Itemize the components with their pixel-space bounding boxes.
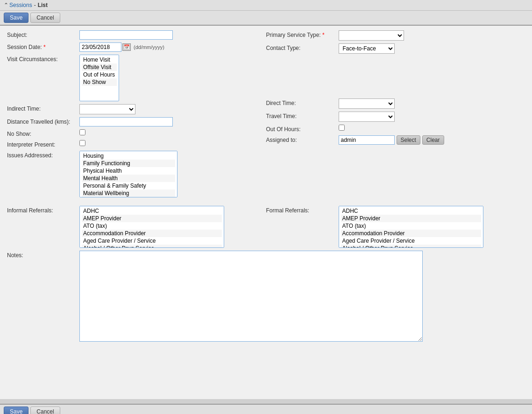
informal-referrals-row: Informal Referrals: ADHCAMEP ProviderATO… <box>7 206 266 248</box>
informal-referrals-listbox[interactable]: ADHCAMEP ProviderATO (tax)Accommodation … <box>79 206 224 248</box>
assigned-to-row: Assigned to: admin Select Clear <box>266 135 525 145</box>
assigned-to-label: Assigned to: <box>266 135 339 143</box>
contact-type-select[interactable]: Face-to-Face <box>339 43 395 54</box>
breadcrumb-sessions[interactable]: Sessions <box>9 2 32 8</box>
breadcrumb-sep: - <box>34 2 36 8</box>
select-button[interactable]: Select <box>397 135 420 145</box>
formal-referrals-row: Formal Referrals: ADHCAMEP ProviderATO (… <box>266 206 525 248</box>
subject-row: Subject: <box>7 30 266 40</box>
session-date-label: Session Date: * <box>7 42 79 50</box>
assigned-to-input[interactable]: admin <box>339 135 395 145</box>
issues-label: Issues Addressed: <box>7 151 79 159</box>
session-date-input[interactable]: 23/05/2018 <box>79 42 121 52</box>
no-show-label: No Show: <box>7 129 79 137</box>
indirect-time-label: Indirect Time: <box>7 104 79 112</box>
primary-service-label: Primary Service Type: * <box>266 30 339 38</box>
main-form: Subject: Session Date: * 23/05/2018 📅 (d… <box>0 26 532 399</box>
contact-type-label: Contact Type: <box>266 43 339 51</box>
no-show-row: No Show: <box>7 129 266 137</box>
subject-input[interactable] <box>79 30 173 40</box>
primary-service-row: Primary Service Type: * <box>266 30 525 41</box>
home-icon: ⌃ <box>4 2 8 8</box>
save-button[interactable]: Save <box>4 13 28 23</box>
session-date-row: Session Date: * 23/05/2018 📅 (dd/mm/yyyy… <box>7 42 266 52</box>
distance-row: Distance Travelled (kms): <box>7 117 266 126</box>
calendar-icon[interactable]: 📅 <box>122 43 131 51</box>
top-toolbar: Save Cancel <box>0 11 532 26</box>
notes-row: Notes: <box>7 251 525 343</box>
primary-service-select[interactable] <box>339 30 404 41</box>
travel-time-select[interactable] <box>339 112 395 122</box>
date-hint: (dd/mm/yyyy) <box>134 44 164 50</box>
visit-circ-row: Visit Circumstances: Home VisitOffsite V… <box>7 55 266 101</box>
clear-button[interactable]: Clear <box>422 135 444 145</box>
notes-textarea[interactable] <box>79 251 423 342</box>
travel-time-label: Travel Time: <box>266 112 339 119</box>
bottom-save-button[interactable]: Save <box>4 407 28 414</box>
distance-label: Distance Travelled (kms): <box>7 117 79 125</box>
out-of-hours-row: Out Of Hours: <box>266 125 525 133</box>
out-of-hours-label: Out Of Hours: <box>266 125 339 133</box>
out-of-hours-checkbox[interactable] <box>339 125 345 131</box>
direct-time-label: Direct Time: <box>266 98 339 106</box>
visit-circumstances-listbox[interactable]: Home VisitOffsite VisitOut of HoursNo Sh… <box>79 55 119 101</box>
no-show-checkbox[interactable] <box>79 129 85 135</box>
informal-referrals-label: Informal Referrals: <box>7 206 79 214</box>
interpreter-row: Interpreter Present: <box>7 140 266 148</box>
formal-referrals-listbox[interactable]: ADHCAMEP ProviderATO (tax)Accommodation … <box>339 206 483 248</box>
formal-referrals-label: Formal Referrals: <box>266 206 339 214</box>
breadcrumb-list: List <box>38 2 48 8</box>
indirect-time-row: Indirect Time: <box>7 104 266 114</box>
visit-circ-label: Visit Circumstances: <box>7 55 79 63</box>
direct-time-row: Direct Time: <box>266 98 525 109</box>
notes-label: Notes: <box>7 251 79 259</box>
indirect-time-select[interactable] <box>79 104 135 114</box>
referrals-section: Informal Referrals: ADHCAMEP ProviderATO… <box>7 206 525 251</box>
travel-time-row: Travel Time: <box>266 112 525 122</box>
issues-listbox[interactable]: HousingFamily FunctioningPhysical Health… <box>79 151 177 197</box>
issues-row: Issues Addressed: HousingFamily Function… <box>7 151 266 197</box>
bottom-cancel-button[interactable]: Cancel <box>30 407 60 414</box>
cancel-button[interactable]: Cancel <box>30 13 60 23</box>
bottom-toolbar: Save Cancel <box>0 404 532 414</box>
subject-label: Subject: <box>7 30 79 38</box>
interpreter-label: Interpreter Present: <box>7 140 79 148</box>
contact-type-row: Contact Type: Face-to-Face <box>266 43 525 54</box>
breadcrumb-bar: ⌃ Sessions - List <box>0 0 532 11</box>
interpreter-checkbox[interactable] <box>79 140 85 146</box>
distance-input[interactable] <box>79 117 173 126</box>
direct-time-select[interactable] <box>339 98 395 109</box>
